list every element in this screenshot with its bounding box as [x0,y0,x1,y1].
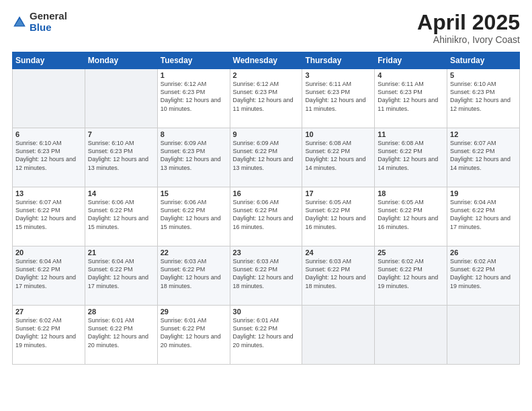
calendar-cell: 21Sunrise: 6:04 AM Sunset: 6:22 PM Dayli… [85,246,157,306]
day-info: Sunrise: 6:08 AM Sunset: 6:22 PM Dayligh… [378,139,444,172]
calendar-cell: 30Sunrise: 6:01 AM Sunset: 6:22 PM Dayli… [230,306,302,365]
calendar-cell: 7Sunrise: 6:10 AM Sunset: 6:23 PM Daylig… [85,128,157,187]
calendar-cell: 9Sunrise: 6:09 AM Sunset: 6:22 PM Daylig… [230,128,302,187]
calendar-week-2: 6Sunrise: 6:10 AM Sunset: 6:23 PM Daylig… [13,128,520,187]
day-info: Sunrise: 6:10 AM Sunset: 6:23 PM Dayligh… [88,139,154,172]
day-info: Sunrise: 6:02 AM Sunset: 6:22 PM Dayligh… [450,257,517,290]
day-number: 22 [161,248,227,257]
day-number: 12 [450,130,517,138]
day-info: Sunrise: 6:02 AM Sunset: 6:22 PM Dayligh… [15,316,82,349]
day-number: 16 [233,189,300,197]
calendar-cell [302,306,375,365]
day-number: 1 [161,71,227,79]
calendar-cell: 23Sunrise: 6:03 AM Sunset: 6:22 PM Dayli… [230,246,302,306]
calendar-cell: 11Sunrise: 6:08 AM Sunset: 6:22 PM Dayli… [375,128,447,187]
calendar-cell: 14Sunrise: 6:06 AM Sunset: 6:22 PM Dayli… [85,187,157,246]
calendar-cell: 3Sunrise: 6:11 AM Sunset: 6:23 PM Daylig… [302,69,375,128]
logo-icon [12,15,27,30]
calendar-cell [85,69,157,128]
day-info: Sunrise: 6:06 AM Sunset: 6:22 PM Dayligh… [161,198,227,231]
day-number: 4 [378,71,444,79]
calendar-week-4: 20Sunrise: 6:04 AM Sunset: 6:22 PM Dayli… [13,246,520,306]
day-info: Sunrise: 6:04 AM Sunset: 6:22 PM Dayligh… [450,198,517,231]
day-info: Sunrise: 6:01 AM Sunset: 6:22 PM Dayligh… [88,316,154,349]
day-number: 14 [88,189,154,197]
day-number: 28 [88,308,154,316]
day-info: Sunrise: 6:10 AM Sunset: 6:23 PM Dayligh… [450,80,517,113]
calendar-cell: 26Sunrise: 6:02 AM Sunset: 6:22 PM Dayli… [447,246,520,306]
day-info: Sunrise: 6:07 AM Sunset: 6:22 PM Dayligh… [15,198,82,231]
day-info: Sunrise: 6:06 AM Sunset: 6:22 PM Dayligh… [233,198,300,231]
day-info: Sunrise: 6:03 AM Sunset: 6:22 PM Dayligh… [305,257,371,290]
day-header-thursday: Thursday [302,52,375,69]
calendar-cell: 29Sunrise: 6:01 AM Sunset: 6:22 PM Dayli… [157,306,230,365]
calendar-cell [375,306,447,365]
day-header-tuesday: Tuesday [157,52,230,69]
day-info: Sunrise: 6:11 AM Sunset: 6:23 PM Dayligh… [305,80,371,113]
day-number: 9 [233,130,300,138]
day-info: Sunrise: 6:02 AM Sunset: 6:22 PM Dayligh… [378,257,444,290]
day-number: 18 [378,189,444,197]
calendar-cell: 1Sunrise: 6:12 AM Sunset: 6:23 PM Daylig… [157,69,230,128]
day-info: Sunrise: 6:12 AM Sunset: 6:23 PM Dayligh… [233,80,300,113]
calendar-week-1: 1Sunrise: 6:12 AM Sunset: 6:23 PM Daylig… [13,69,520,128]
day-number: 15 [161,189,227,197]
day-number: 19 [450,189,517,197]
day-header-friday: Friday [375,52,447,69]
logo-general: General [30,11,67,22]
day-info: Sunrise: 6:10 AM Sunset: 6:23 PM Dayligh… [15,139,82,172]
calendar-cell: 6Sunrise: 6:10 AM Sunset: 6:23 PM Daylig… [13,128,85,187]
calendar-cell: 27Sunrise: 6:02 AM Sunset: 6:22 PM Dayli… [13,306,85,365]
day-info: Sunrise: 6:11 AM Sunset: 6:23 PM Dayligh… [378,80,444,113]
day-info: Sunrise: 6:03 AM Sunset: 6:22 PM Dayligh… [233,257,300,290]
day-info: Sunrise: 6:01 AM Sunset: 6:22 PM Dayligh… [233,316,300,349]
logo-text: General Blue [30,11,67,33]
header: General Blue April 2025 Ahinikro, Ivory … [12,11,520,45]
calendar-cell: 19Sunrise: 6:04 AM Sunset: 6:22 PM Dayli… [447,187,520,246]
calendar-cell: 5Sunrise: 6:10 AM Sunset: 6:23 PM Daylig… [447,69,520,128]
day-info: Sunrise: 6:09 AM Sunset: 6:22 PM Dayligh… [233,139,300,172]
calendar-cell: 22Sunrise: 6:03 AM Sunset: 6:22 PM Dayli… [157,246,230,306]
logo-blue: Blue [30,22,67,34]
calendar-location: Ahinikro, Ivory Coast [417,34,520,45]
calendar-title: April 2025 [417,11,520,34]
day-number: 8 [161,130,227,138]
calendar-cell: 20Sunrise: 6:04 AM Sunset: 6:22 PM Dayli… [13,246,85,306]
day-header-monday: Monday [85,52,157,69]
day-number: 5 [450,71,517,79]
calendar-cell: 8Sunrise: 6:09 AM Sunset: 6:23 PM Daylig… [157,128,230,187]
calendar-cell: 13Sunrise: 6:07 AM Sunset: 6:22 PM Dayli… [13,187,85,246]
day-number: 6 [15,130,82,138]
day-header-saturday: Saturday [447,52,520,69]
calendar-cell: 18Sunrise: 6:05 AM Sunset: 6:22 PM Dayli… [375,187,447,246]
day-header-wednesday: Wednesday [230,52,302,69]
calendar-cell: 4Sunrise: 6:11 AM Sunset: 6:23 PM Daylig… [375,69,447,128]
day-number: 10 [305,130,371,138]
calendar-cell: 16Sunrise: 6:06 AM Sunset: 6:22 PM Dayli… [230,187,302,246]
day-number: 11 [378,130,444,138]
day-info: Sunrise: 6:01 AM Sunset: 6:22 PM Dayligh… [161,316,227,349]
day-number: 26 [450,248,517,257]
day-number: 2 [233,71,300,79]
day-number: 13 [15,189,82,197]
calendar-cell: 25Sunrise: 6:02 AM Sunset: 6:22 PM Dayli… [375,246,447,306]
day-number: 7 [88,130,154,138]
calendar-cell: 2Sunrise: 6:12 AM Sunset: 6:23 PM Daylig… [230,69,302,128]
day-info: Sunrise: 6:04 AM Sunset: 6:22 PM Dayligh… [88,257,154,290]
day-info: Sunrise: 6:07 AM Sunset: 6:22 PM Dayligh… [450,139,517,172]
day-info: Sunrise: 6:08 AM Sunset: 6:22 PM Dayligh… [305,139,371,172]
day-info: Sunrise: 6:06 AM Sunset: 6:22 PM Dayligh… [88,198,154,231]
day-header-sunday: Sunday [13,52,85,69]
calendar-week-5: 27Sunrise: 6:02 AM Sunset: 6:22 PM Dayli… [13,306,520,365]
day-info: Sunrise: 6:03 AM Sunset: 6:22 PM Dayligh… [161,257,227,290]
calendar-table: SundayMondayTuesdayWednesdayThursdayFrid… [12,52,520,365]
calendar-cell: 17Sunrise: 6:05 AM Sunset: 6:22 PM Dayli… [302,187,375,246]
day-number: 23 [233,248,300,257]
day-info: Sunrise: 6:05 AM Sunset: 6:22 PM Dayligh… [378,198,444,231]
logo: General Blue [12,11,67,33]
day-number: 27 [15,308,82,316]
calendar-cell: 24Sunrise: 6:03 AM Sunset: 6:22 PM Dayli… [302,246,375,306]
day-number: 29 [161,308,227,316]
day-number: 3 [305,71,371,79]
page: General Blue April 2025 Ahinikro, Ivory … [0,0,532,411]
